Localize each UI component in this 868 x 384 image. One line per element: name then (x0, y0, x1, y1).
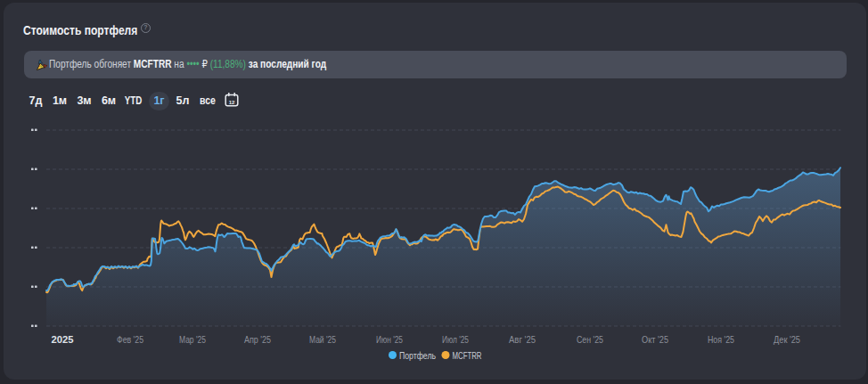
svg-text:Дек '25: Дек '25 (774, 334, 800, 345)
svg-text:Ноя '25: Ноя '25 (708, 334, 734, 345)
svg-text:Сен '25: Сен '25 (577, 334, 603, 345)
svg-text:Авг '25: Авг '25 (509, 334, 536, 345)
svg-text:Окт '25: Окт '25 (642, 334, 668, 345)
svg-text:MCFTRR: MCFTRR (453, 350, 482, 361)
svg-text:2025: 2025 (52, 334, 75, 345)
svg-text:Июл '25: Июл '25 (442, 334, 469, 345)
svg-text:Портфель: Портфель (399, 350, 436, 361)
svg-text:Июн '25: Июн '25 (376, 334, 403, 345)
svg-text:Мар '25: Мар '25 (179, 334, 206, 345)
svg-text:Апр '25: Апр '25 (244, 334, 271, 345)
svg-text:Фев '25: Фев '25 (117, 334, 143, 345)
svg-text:Май '25: Май '25 (309, 334, 336, 345)
